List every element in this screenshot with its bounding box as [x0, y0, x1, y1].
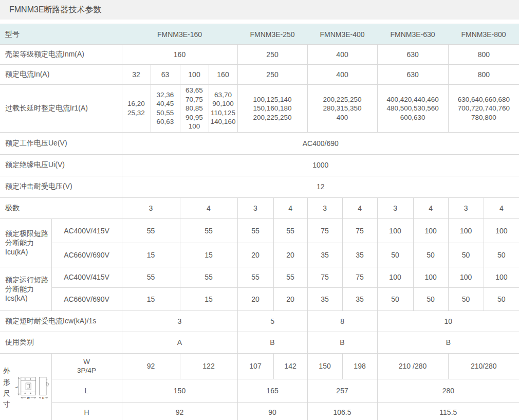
row-impulse-voltage: 额定冲击耐受电压(V) 12 — [0, 176, 519, 197]
cell: 20 — [273, 243, 307, 267]
page-title-bar: FMNM3E断路器技术参数 — [0, 0, 519, 20]
cell: 3 — [307, 197, 342, 218]
row-overload-setting: 过载长延时整定电流Ir1(A) 16,20 25,32 32,36 40,45 … — [0, 85, 519, 133]
cell: A — [122, 332, 237, 353]
cell: 5 — [237, 311, 307, 332]
cell: 75 — [307, 267, 342, 287]
cell: 20 — [273, 287, 307, 311]
cell: 35 — [307, 243, 342, 267]
cell: 100 — [377, 267, 413, 287]
cell: 35 — [342, 243, 377, 267]
row-dimension-h: H 92 90 106.5 115.5 — [0, 402, 519, 420]
row-dimension-w: 外 形 尺 寸 L — [0, 353, 519, 379]
cell: 3 — [377, 197, 413, 218]
row-label: 额定极限短路分断能力Icu(kA) — [0, 218, 51, 267]
cell: 92 — [122, 353, 180, 379]
cell: 400 — [307, 45, 377, 65]
cell: 55 — [122, 218, 180, 243]
cell: 50 — [484, 287, 519, 311]
header-model-630: FMNM3E-630 — [377, 24, 448, 45]
cell: 50 — [413, 243, 448, 267]
row-icu-690: AC660V/690V 15 15 20 20 35 35 50 50 50 5… — [0, 243, 519, 267]
cell: 63 — [151, 65, 180, 85]
cell: 1000 — [122, 154, 519, 176]
row-label: 额定电流In(A) — [0, 65, 122, 85]
cell: 90 — [237, 402, 307, 420]
cell: 800 — [448, 65, 519, 85]
cell: 15 — [180, 287, 237, 311]
cell: 150 — [307, 353, 342, 379]
cell: 50 — [377, 287, 413, 311]
header-model-400: FMNM3E-400 — [307, 24, 377, 45]
cell: 4 — [484, 197, 519, 218]
cell: 630,640,660,680 700,720,740,760 780,800 — [448, 85, 519, 133]
cell: 107 — [237, 353, 273, 379]
cell: 100,125,140 150,160,180 200,225,250 — [237, 85, 307, 133]
row-icw: 额定短时耐受电流Icw(kA)/1s 3 5 8 10 — [0, 311, 519, 332]
cell: 160 — [209, 65, 237, 85]
cell: 142 — [273, 353, 307, 379]
cell: 198 — [342, 353, 377, 379]
cell: 55 — [273, 218, 307, 243]
cell: 100 — [448, 218, 484, 243]
cell: 115.5 — [377, 402, 519, 420]
cell: 4 — [273, 197, 307, 218]
cell: 250 — [237, 45, 307, 65]
cell: 122 — [180, 353, 237, 379]
dimension-drawing-cell: 外 形 尺 寸 L — [0, 353, 51, 420]
sub-label: AC660V/690V — [51, 243, 122, 267]
cell: 3 — [122, 197, 180, 218]
cell: 250 — [237, 65, 307, 85]
cell: 75 — [307, 218, 342, 243]
row-insulation-voltage: 额定绝缘电压Ui(V) 1000 — [0, 154, 519, 176]
header-model-250: FMNM3E-250 — [237, 24, 307, 45]
cell: 50 — [448, 287, 484, 311]
cell: 50 — [413, 287, 448, 311]
cell: 100 — [484, 218, 519, 243]
cell: 400,420,440,460 480,500,530,560 600,630 — [377, 85, 448, 133]
page-title: FMNM3E断路器技术参数 — [9, 5, 102, 15]
row-label: 额定绝缘电压Ui(V) — [0, 154, 122, 176]
cell: 32,36 40,45 50,55 60,63 — [151, 85, 180, 133]
cell: 3 — [237, 197, 273, 218]
row-label: 使用类别 — [0, 332, 122, 353]
cell: 630 — [377, 65, 448, 85]
sub-label: AC660V/690V — [51, 287, 122, 311]
cell: 165 — [237, 379, 307, 402]
cell: 100 — [413, 267, 448, 287]
cell: B — [307, 332, 377, 353]
cell: 63,70 90,100 110,125 140,160 — [209, 85, 237, 133]
sub-label: W 3P/4P — [51, 353, 122, 379]
header-model-160: FMNM3E-160 — [122, 24, 237, 45]
cell: 20 — [237, 243, 273, 267]
row-label: 壳架等级额定电流Inm(A) — [0, 45, 122, 65]
row-label: 极数 — [0, 197, 122, 218]
header-model-800: FMNM3E-800 — [448, 24, 519, 45]
drawing-h-label: H — [42, 396, 44, 399]
cell: 106.5 — [307, 402, 377, 420]
row-label: 额定冲击耐受电压(V) — [0, 176, 122, 197]
cell: 32 — [122, 65, 151, 85]
cell: 55 — [273, 267, 307, 287]
cell: 100 — [413, 218, 448, 243]
row-dimension-l: L 150 165 257 280 — [0, 379, 519, 402]
cell: 20 — [237, 287, 273, 311]
spec-table: 型号 FMNM3E-160 FMNM3E-250 FMNM3E-400 FMNM… — [0, 24, 519, 420]
cell: 3 — [448, 197, 484, 218]
cell: 55 — [180, 267, 237, 287]
cell: 280 — [377, 379, 519, 402]
cell: 160 — [122, 45, 237, 65]
row-ics-415: 额定运行短路分断能力Ics(kA) AC400V/415V 55 55 55 5… — [0, 267, 519, 287]
row-label: 额定运行短路分断能力Ics(kA) — [0, 267, 51, 311]
cell: B — [377, 332, 519, 353]
row-label: 过载长延时整定电流Ir1(A) — [0, 85, 122, 133]
row-label: 额定短时耐受电流Icw(kA)/1s — [0, 311, 122, 332]
cell: 15 — [122, 243, 180, 267]
cell: 400 — [307, 65, 377, 85]
cell: AC400/690 — [122, 132, 519, 154]
cell: 50 — [484, 243, 519, 267]
cell: 210 /280 — [377, 353, 448, 379]
cell: 100 — [484, 267, 519, 287]
row-working-voltage: 额定工作电压Ue(V) AC400/690 — [0, 132, 519, 154]
cell: 4 — [180, 197, 237, 218]
